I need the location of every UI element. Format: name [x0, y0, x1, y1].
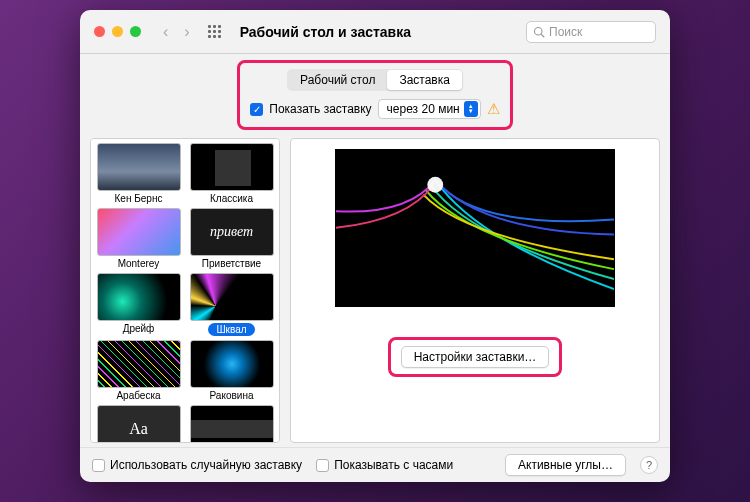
search-placeholder: Поиск [549, 25, 582, 39]
svg-line-1 [541, 34, 544, 37]
clock-checkbox-row[interactable]: Показывать с часами [316, 458, 453, 472]
thumbnail-label: Приветствие [198, 258, 265, 269]
screensaver-thumb[interactable]: Обложки [188, 405, 275, 443]
clock-checkbox[interactable] [316, 459, 329, 472]
thumbnail-image [97, 273, 181, 321]
thumbnail-image [97, 208, 181, 256]
thumbnail-image [190, 405, 274, 443]
window-title: Рабочий стол и заставка [240, 24, 518, 40]
thumbnail-label: Шквал [208, 323, 254, 336]
flurry-preview-icon [336, 150, 614, 307]
random-checkbox-row[interactable]: Использовать случайную заставку [92, 458, 302, 472]
tab-segmented-control[interactable]: Рабочий стол Заставка [287, 69, 463, 91]
close-icon[interactable] [94, 26, 105, 37]
preview-panel: Настройки заставки… [290, 138, 660, 443]
thumbnail-label: Monterey [114, 258, 164, 269]
content-area: Кен БернсКлассикаMontereyприветПриветств… [80, 138, 670, 447]
screensaver-thumb[interactable]: Шквал [188, 273, 275, 336]
random-checkbox[interactable] [92, 459, 105, 472]
highlight-annotation: Рабочий стол Заставка ✓ Показать заставк… [237, 60, 512, 130]
screensaver-thumb[interactable]: Monterey [95, 208, 182, 269]
thumbnail-label: Кен Бернс [111, 193, 167, 204]
random-label: Использовать случайную заставку [110, 458, 302, 472]
screensaver-thumb[interactable]: приветПриветствие [188, 208, 275, 269]
thumbnail-label: Арабеска [112, 390, 164, 401]
thumbnail-image: Aa [97, 405, 181, 443]
thumbnail-label: Классика [206, 193, 257, 204]
help-button[interactable]: ? [640, 456, 658, 474]
svg-point-0 [535, 27, 543, 35]
screensaver-options-button[interactable]: Настройки заставки… [401, 346, 550, 368]
screensaver-thumb[interactable]: Раковина [188, 340, 275, 401]
thumbnail-image [190, 143, 274, 191]
clock-label: Показывать с часами [334, 458, 453, 472]
thumbnail-image [97, 143, 181, 191]
thumbnail-image [190, 340, 274, 388]
screensaver-thumb[interactable]: Кен Бернс [95, 143, 182, 204]
preferences-window: ‹ › Рабочий стол и заставка Поиск Рабочи… [80, 10, 670, 482]
back-button[interactable]: ‹ [163, 23, 168, 41]
delay-value: через 20 мин [387, 102, 460, 116]
thumbnail-image [97, 340, 181, 388]
thumbnail-label: Раковина [206, 390, 258, 401]
tab-desktop[interactable]: Рабочий стол [288, 70, 387, 90]
thumbnail-image [190, 273, 274, 321]
show-screensaver-label: Показать заставку [269, 102, 371, 116]
thumbnail-label: Дрейф [119, 323, 159, 334]
chevron-updown-icon: ▲▼ [464, 101, 478, 117]
delay-dropdown[interactable]: через 20 мин ▲▼ [378, 99, 481, 119]
minimize-icon[interactable] [112, 26, 123, 37]
show-all-icon[interactable] [208, 25, 222, 39]
screensaver-list[interactable]: Кен БернсКлассикаMontereyприветПриветств… [90, 138, 280, 443]
search-icon [533, 26, 545, 38]
footer: Использовать случайную заставку Показыва… [80, 447, 670, 482]
forward-button[interactable]: › [184, 23, 189, 41]
nav-arrows: ‹ › [163, 23, 190, 41]
screensaver-thumb[interactable]: Дрейф [95, 273, 182, 336]
highlight-annotation-2: Настройки заставки… [388, 337, 563, 377]
tab-screensaver[interactable]: Заставка [387, 70, 462, 90]
titlebar: ‹ › Рабочий стол и заставка Поиск [80, 10, 670, 54]
screensaver-thumb[interactable]: Арабеска [95, 340, 182, 401]
screensaver-thumb[interactable]: AaСообщение [95, 405, 182, 443]
svg-rect-2 [336, 150, 614, 307]
show-screensaver-checkbox[interactable]: ✓ [250, 103, 263, 116]
search-input[interactable]: Поиск [526, 21, 656, 43]
show-after-row: ✓ Показать заставку через 20 мин ▲▼ ⚠ [250, 99, 499, 119]
warning-icon: ⚠ [487, 100, 500, 118]
hot-corners-button[interactable]: Активные углы… [505, 454, 626, 476]
svg-point-3 [427, 177, 443, 193]
screensaver-thumb[interactable]: Классика [188, 143, 275, 204]
thumbnail-image: привет [190, 208, 274, 256]
screensaver-preview[interactable] [335, 149, 615, 307]
zoom-icon[interactable] [130, 26, 141, 37]
window-controls [94, 26, 141, 37]
top-panel: Рабочий стол Заставка ✓ Показать заставк… [80, 54, 670, 138]
